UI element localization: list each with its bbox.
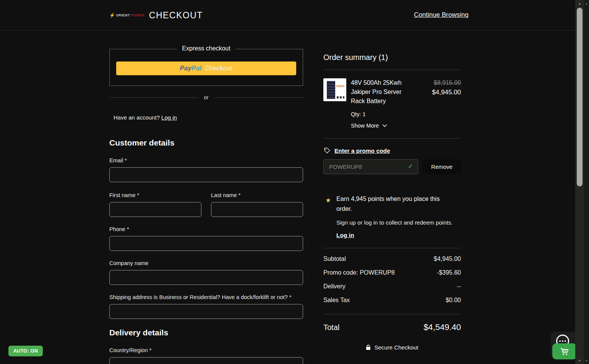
paypal-checkout-button[interactable]: PayPal Checkout — [116, 61, 296, 75]
product-name: 48V 500Ah 25Kwh Jakiper Pro Server Rack … — [351, 78, 417, 106]
delivery-label: Delivery — [323, 280, 346, 293]
scroll-down-arrow[interactable]: ▼ — [575, 358, 584, 364]
rewards-points-block: ★ Earn 4,945 points when you place this … — [323, 194, 461, 239]
delivery-details-heading: Delivery details — [109, 327, 303, 338]
lock-icon — [366, 345, 371, 350]
email-label: Email * — [109, 157, 303, 164]
total-value: $4,549.40 — [423, 320, 461, 335]
remove-promo-button[interactable]: Remove — [423, 159, 461, 174]
promo-input-wrap: ✓ — [323, 159, 418, 174]
promo-code-link-row[interactable]: Enter a promo code — [323, 147, 461, 154]
current-price: $4,945.00 — [432, 87, 461, 97]
show-more-toggle[interactable]: Show More — [351, 121, 461, 130]
points-login-link[interactable]: Log in — [336, 232, 354, 239]
chat-dot — [559, 340, 561, 342]
tag-icon — [323, 147, 331, 154]
subtotal-row: Subtotal $4,945.00 — [323, 252, 461, 266]
first-name-field[interactable] — [109, 202, 201, 217]
login-link[interactable]: Log in — [161, 114, 177, 121]
chat-dot — [562, 340, 563, 342]
country-region-label: Country/Region * — [109, 346, 303, 354]
battery-capacity-label: 25kWh — [336, 85, 345, 87]
sales-tax-row: Sales Tax $0.00 — [323, 293, 461, 307]
promo-discount-label: Promo code: POWERUP8 — [323, 266, 395, 280]
divider-line — [214, 97, 303, 98]
promo-discount-row: Promo code: POWERUP8 -$395.60 — [323, 266, 461, 280]
totals-list: Subtotal $4,945.00 Promo code: POWERUP8 … — [323, 252, 461, 307]
shopping-cart-icon — [560, 347, 570, 356]
divider — [323, 248, 461, 248]
enter-promo-code-link[interactable]: Enter a promo code — [334, 147, 390, 154]
have-account-text: Have an account? — [114, 114, 160, 121]
orient-power-logo: ⚡ ORIENT POWER — [109, 13, 144, 18]
promo-code-input[interactable] — [323, 159, 418, 174]
phone-field[interactable] — [109, 236, 303, 251]
name-row: First name * Last name * — [109, 182, 303, 217]
secure-checkout-row: Secure Checkout — [323, 344, 461, 351]
scrollbar-inner[interactable]: ▲ ▼ — [575, 0, 584, 364]
product-image: 25kWh — [323, 78, 346, 101]
phone-label: Phone * — [109, 225, 303, 233]
account-row: Have an account? Log in — [109, 114, 303, 121]
earn-points-text: Earn 4,945 points when you place this or… — [336, 194, 451, 214]
or-text: or — [204, 94, 208, 100]
star-icon: ★ — [325, 196, 331, 204]
paypal-pal-text: Pal — [191, 65, 201, 72]
scroll-down-arrow[interactable]: ▼ — [584, 358, 589, 364]
page-title: CHECKOUT — [149, 10, 203, 21]
brand-orient-text: ORIENT — [116, 13, 130, 17]
grand-total-row: Total $4,549.40 — [323, 320, 461, 335]
promo-discount-value: -$395.60 — [437, 266, 461, 280]
customer-details-heading: Customer details — [109, 138, 303, 148]
divider — [323, 138, 461, 139]
promo-code-row: ✓ Remove — [323, 159, 461, 174]
first-name-label: First name * — [109, 191, 201, 199]
divider — [323, 70, 461, 70]
delivery-row: Delivery -- — [323, 280, 461, 293]
last-name-group: Last name * — [211, 182, 303, 217]
express-checkout-box: Express checkout PayPal Checkout — [109, 49, 303, 86]
last-name-label: Last name * — [211, 191, 303, 199]
paypal-checkout-text: Checkout — [205, 65, 233, 72]
or-divider: or — [109, 94, 303, 100]
total-label: Total — [323, 320, 339, 335]
header: ⚡ ORIENT POWER CHECKOUT Continue Browsin… — [0, 0, 575, 31]
signup-points-text: Sign up or log in to collect and redeem … — [336, 219, 461, 226]
order-summary-panel: Order summary (1) 25kWh 48V 500Ah 25Kwh … — [323, 31, 461, 351]
checkout-form-column: Express checkout PayPal Checkout or Have… — [109, 31, 303, 364]
show-more-label: Show More — [351, 121, 379, 130]
auto-on-badge[interactable]: AUTO: ON — [8, 346, 43, 356]
brand-power-text: POWER — [131, 13, 144, 17]
subtotal-label: Subtotal — [323, 252, 346, 266]
country-region-field[interactable] — [109, 357, 303, 364]
divider-line — [109, 97, 198, 98]
scrollbar-thumb[interactable] — [577, 8, 583, 186]
battery-rack-graphic — [327, 81, 335, 99]
company-name-label: Company name — [109, 259, 303, 267]
brand-logo: ⚡ ORIENT POWER CHECKOUT — [109, 0, 203, 31]
image-detail-marks — [337, 96, 344, 99]
last-name-field[interactable] — [211, 202, 303, 217]
shipping-question-label: Shipping address is Business or Resident… — [109, 293, 303, 301]
scroll-up-arrow[interactable]: ▲ — [584, 0, 589, 6]
email-field[interactable] — [109, 167, 303, 182]
item-quantity: Qty: 1 — [351, 110, 461, 118]
shipping-question-field[interactable] — [109, 304, 303, 319]
order-summary-heading: Order summary (1) — [323, 52, 461, 63]
promo-valid-check-icon: ✓ — [408, 163, 413, 170]
chevron-down-icon — [382, 124, 387, 127]
price-block: $8,915.00 $4,945.00 — [432, 78, 461, 106]
scroll-up-arrow[interactable]: ▲ — [575, 0, 584, 6]
company-name-field[interactable] — [109, 270, 303, 285]
sales-tax-label: Sales Tax — [323, 293, 350, 307]
lightning-bolt-icon: ⚡ — [109, 13, 115, 18]
cart-button[interactable] — [552, 343, 577, 359]
delivery-value: -- — [457, 280, 461, 293]
sales-tax-value: $0.00 — [446, 293, 461, 307]
secure-checkout-label: Secure Checkout — [374, 344, 418, 351]
continue-browsing-link[interactable]: Continue Browsing — [414, 11, 469, 19]
scrollbar-outer[interactable]: ▲ ▼ — [584, 0, 589, 364]
paypal-pay-text: Pay — [180, 65, 192, 72]
original-price: $8,915.00 — [432, 78, 461, 87]
divider — [323, 314, 461, 314]
